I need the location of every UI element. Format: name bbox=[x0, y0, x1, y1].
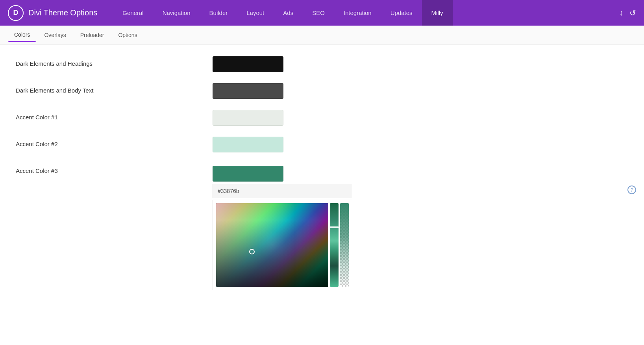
color-row-accent-1: Accent Color #1 bbox=[16, 110, 628, 126]
color-label-accent-3: Accent Color #3 bbox=[16, 163, 197, 174]
color-swatch-accent-2[interactable] bbox=[213, 137, 283, 152]
color-swatch-accent-1[interactable] bbox=[213, 110, 283, 126]
nav-tab-integration[interactable]: Integration bbox=[334, 0, 381, 26]
gradient-dark-fade bbox=[216, 203, 328, 287]
nav-tab-general[interactable]: General bbox=[113, 0, 153, 26]
color-swatch-dark-headings[interactable] bbox=[213, 56, 283, 72]
color-label-dark-body: Dark Elements and Body Text bbox=[16, 83, 197, 94]
nav-tab-updates[interactable]: Updates bbox=[381, 0, 422, 26]
sub-tabs-bar: Colors Overlays Preloader Options bbox=[0, 26, 644, 45]
nav-tab-navigation[interactable]: Navigation bbox=[153, 0, 200, 26]
sub-tab-options[interactable]: Options bbox=[112, 29, 143, 41]
color-swatch-dark-body[interactable] bbox=[213, 83, 283, 99]
header-actions: ↕ ↺ bbox=[619, 8, 636, 18]
color-row-accent-3: Accent Color #3 bbox=[16, 163, 628, 290]
color-swatch-accent-3[interactable] bbox=[213, 166, 283, 182]
logo-letter: D bbox=[13, 9, 19, 17]
sub-tab-preloader[interactable]: Preloader bbox=[74, 29, 111, 41]
reset-icon[interactable]: ↺ bbox=[629, 8, 636, 18]
alpha-slider[interactable] bbox=[340, 203, 349, 287]
help-icon[interactable]: ? bbox=[627, 185, 636, 194]
color-label-accent-1: Accent Color #1 bbox=[16, 110, 197, 121]
app-logo: D Divi Theme Options bbox=[8, 5, 97, 21]
color-hex-input[interactable] bbox=[213, 184, 352, 198]
color-label-accent-2: Accent Color #2 bbox=[16, 137, 197, 147]
nav-tab-ads[interactable]: Ads bbox=[274, 0, 303, 26]
nav-tab-builder[interactable]: Builder bbox=[200, 0, 237, 26]
nav-tab-layout[interactable]: Layout bbox=[237, 0, 274, 26]
sort-icon[interactable]: ↕ bbox=[619, 8, 623, 17]
sub-tab-overlays[interactable]: Overlays bbox=[38, 29, 72, 41]
logo-circle: D bbox=[8, 5, 24, 21]
color-crosshair[interactable] bbox=[249, 249, 255, 254]
sub-tab-colors[interactable]: Colors bbox=[8, 28, 36, 42]
main-content: Dark Elements and Headings Dark Elements… bbox=[0, 45, 644, 345]
app-header: D Divi Theme Options General Navigation … bbox=[0, 0, 644, 26]
hue-gradient-bg bbox=[330, 203, 339, 287]
color-picker-container bbox=[213, 166, 352, 290]
color-row-accent-2: Accent Color #2 bbox=[16, 137, 628, 152]
header-nav: General Navigation Builder Layout Ads SE… bbox=[113, 0, 619, 26]
color-row-dark-headings: Dark Elements and Headings bbox=[16, 56, 628, 72]
nav-tab-milly[interactable]: Milly bbox=[422, 0, 453, 26]
color-row-dark-body: Dark Elements and Body Text bbox=[16, 83, 628, 99]
color-picker-box[interactable] bbox=[213, 200, 352, 290]
color-label-dark-headings: Dark Elements and Headings bbox=[16, 56, 197, 67]
hue-slider[interactable] bbox=[330, 203, 339, 287]
alpha-color-gradient bbox=[340, 203, 349, 287]
nav-tab-seo[interactable]: SEO bbox=[303, 0, 334, 26]
hue-marker bbox=[330, 226, 339, 228]
app-title: Divi Theme Options bbox=[28, 8, 97, 17]
gradient-canvas[interactable] bbox=[216, 203, 328, 287]
